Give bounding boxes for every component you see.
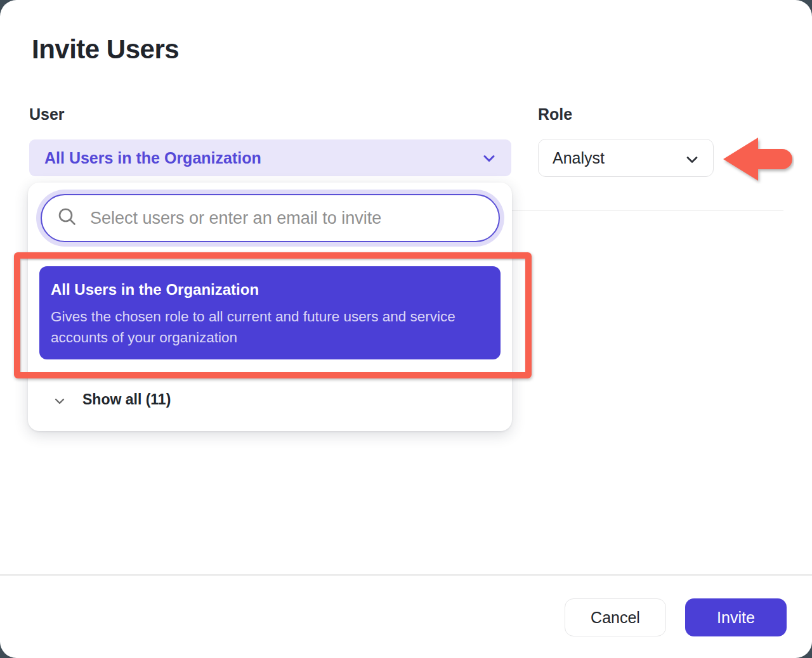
section-divider [511, 210, 783, 211]
role-select-trigger[interactable]: Analyst [538, 139, 714, 177]
option-all-users-in-organization[interactable]: All Users in the Organization Gives the … [39, 266, 501, 359]
show-all-label: Show all (11) [82, 391, 171, 408]
show-all-toggle[interactable]: Show all (11) [53, 391, 171, 408]
role-select-value: Analyst [553, 149, 605, 167]
chevron-down-icon [482, 152, 496, 168]
cancel-button[interactable]: Cancel [565, 598, 666, 636]
user-select-trigger[interactable]: All Users in the Organization [29, 139, 511, 176]
left-arrow-annotation-icon [722, 134, 794, 184]
page-title: Invite Users [32, 34, 179, 65]
option-title: All Users in the Organization [51, 281, 475, 299]
search-icon [57, 207, 77, 229]
chevron-down-icon [685, 153, 699, 169]
user-search-box [41, 194, 500, 242]
invite-button[interactable]: Invite [685, 598, 787, 636]
invite-users-modal: Invite Users User Role All Users in the … [0, 0, 812, 658]
role-field-label: Role [538, 105, 572, 124]
option-description: Gives the chosen role to all current and… [51, 306, 475, 348]
user-select-value: All Users in the Organization [44, 149, 261, 167]
chevron-down-icon [53, 392, 66, 408]
footer-divider [0, 574, 812, 576]
user-field-label: User [29, 105, 65, 124]
user-search-input[interactable] [90, 209, 483, 228]
